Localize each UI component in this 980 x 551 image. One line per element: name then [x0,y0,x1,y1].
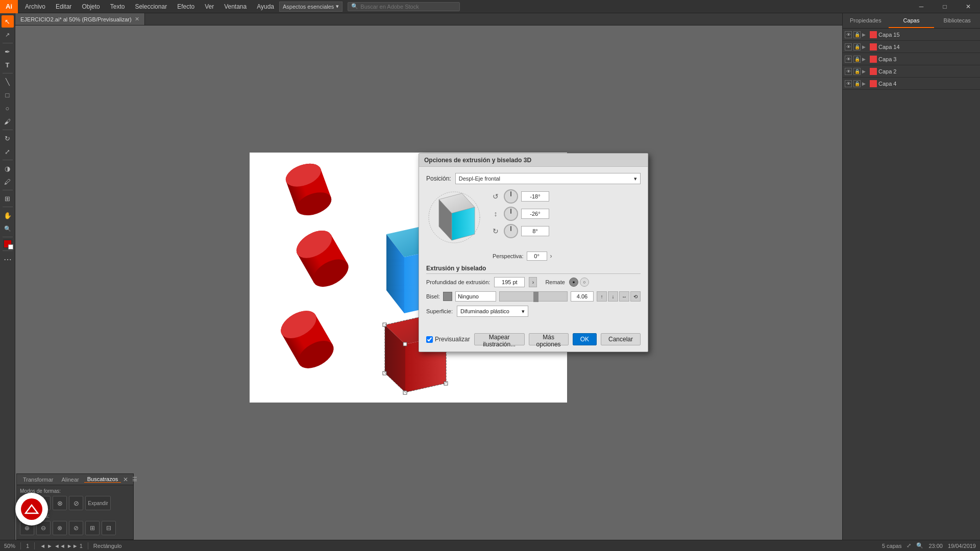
layer-row[interactable]: 👁 🔒 ▶ Capa 15 [843,29,980,41]
menu-item-efecto[interactable]: Efecto [172,0,200,13]
tab-close-icon[interactable]: ✕ [135,16,139,22]
rot-y-dial[interactable] [504,207,518,221]
layer-row[interactable]: 👁 🔒 ▶ Capa 4 [843,78,980,90]
search-mode-6[interactable]: ⊟ [102,521,116,535]
tab-alinear[interactable]: Alinear [59,477,82,483]
rot-y-input[interactable]: -26° [521,209,549,219]
document-tab[interactable]: EJERCICIO2.ai* al 50% (RGB/Previsualizar… [15,13,145,25]
layer-lock-icon[interactable]: 🔒 [853,80,861,87]
remate-cap-off[interactable]: ○ [580,278,589,287]
search-mode-4[interactable]: ⊘ [69,521,83,535]
aspects-dropdown[interactable]: Aspectos esenciales ▾ [279,2,342,12]
expand-btn[interactable]: Expandir [85,496,111,510]
tool-rotate[interactable]: ↻ [2,132,14,144]
previsualizar-check[interactable]: Previsualizar [426,336,470,343]
tab-buscatrazos[interactable]: Buscatrazos [84,476,121,483]
perspectiva-input[interactable]: 0° [527,252,547,261]
tab-capas[interactable]: Capas [889,13,935,28]
panel-close-icon[interactable]: ✕ [123,476,128,483]
layer-visibility-icon[interactable]: 👁 [845,68,852,75]
minimize-button[interactable]: ─ [910,0,933,13]
layer-row[interactable]: 👁 🔒 ▶ Capa 2 [843,65,980,78]
bisel-input[interactable] [571,291,594,302]
layer-expand-icon[interactable]: ▶ [862,69,868,74]
menu-item-ayuda[interactable]: Ayuda [252,0,279,13]
aspects-label: Aspectos esenciales [283,4,334,10]
tool-line[interactable]: ╲ [2,76,14,88]
tool-eyedropper[interactable]: 🖊 [2,176,14,188]
layer-lock-icon[interactable]: 🔒 [853,43,861,51]
tab-bibliotecas[interactable]: Bibliotecas [934,13,980,28]
bisel-slider[interactable] [499,291,568,302]
tool-direct-select[interactable]: ↗ [2,29,14,41]
superficie-dropdown[interactable]: Difuminado plástico ▾ [457,306,528,317]
tab-transformar[interactable]: Transformar [20,477,57,483]
tool-zoom[interactable]: 🔍 [2,222,14,235]
bisel-icon-1[interactable]: ↑ [597,291,607,302]
tool-gradient[interactable]: ◑ [2,162,14,174]
layer-row[interactable]: 👁 🔒 ▶ Capa 3 [843,53,980,65]
layer-visibility-icon[interactable]: 👁 [845,80,852,87]
tool-hand[interactable]: ✋ [2,209,14,221]
menu-item-objeto[interactable]: Objeto [77,0,105,13]
rot-z-dial[interactable] [504,224,518,238]
tool-type[interactable]: T [2,59,14,71]
bisel-icon-3[interactable]: ↔ [619,291,629,302]
remate-cap-on[interactable]: ● [569,278,578,287]
tool-more[interactable]: ⋯ [2,253,14,265]
fill-color[interactable] [3,239,12,248]
bisel-icon-2[interactable]: ↓ [608,291,618,302]
panel-menu-icon[interactable]: ☰ [132,476,137,483]
ok-button[interactable]: OK [573,333,597,345]
mode-intersect[interactable]: ⊗ [53,496,67,510]
cancelar-button[interactable]: Cancelar [601,333,641,345]
layer-visibility-icon[interactable]: 👁 [845,31,852,38]
profundidad-arrow[interactable]: › [529,277,537,287]
bisel-color-swatch[interactable] [443,292,452,301]
rot-x-input[interactable]: -18° [521,191,549,202]
layer-visibility-icon[interactable]: 👁 [845,43,852,51]
layer-expand-icon[interactable]: ▶ [862,44,868,49]
tool-brush[interactable]: 🖌 [2,115,14,128]
close-button[interactable]: ✕ [957,0,980,13]
stock-search-box[interactable]: 🔍 [348,2,460,11]
layer-lock-icon[interactable]: 🔒 [853,31,861,38]
layer-visibility-icon[interactable]: 👁 [845,56,852,63]
menu-item-ventana[interactable]: Ventana [219,0,252,13]
menu-item-archivo[interactable]: Archivo [20,0,51,13]
extrusion-section-label: Extrusión y biselado [426,265,641,274]
menu-item-ver[interactable]: Ver [200,0,219,13]
tool-separator-4 [3,160,13,160]
tool-select[interactable]: ↖ [2,15,14,28]
rot-x-dial[interactable] [504,189,518,204]
maximize-button[interactable]: □ [933,0,957,13]
layer-lock-icon[interactable]: 🔒 [853,56,861,63]
search-mode-5[interactable]: ⊞ [85,521,100,535]
tool-pen[interactable]: ✒ [2,45,14,58]
tool-scale[interactable]: ⤢ [2,145,14,158]
position-dropdown[interactable]: Despl-Eje frontal ▾ [455,173,641,184]
menu-item-editar[interactable]: Editar [51,0,77,13]
menu-item-texto[interactable]: Texto [105,0,130,13]
mode-exclude[interactable]: ⊘ [69,496,83,510]
tool-ellipse[interactable]: ○ [2,102,14,114]
bisel-icon-4[interactable]: ⟲ [630,291,641,302]
layer-expand-icon[interactable]: ▶ [862,32,868,37]
tab-propiedades[interactable]: Propiedades [843,13,889,28]
search-input[interactable] [360,4,456,10]
profundidad-input[interactable]: 195 pt [494,277,525,287]
mapear-button[interactable]: Mapear ilustración... [474,333,525,345]
menu-item-seleccionar[interactable]: Seleccionar [130,0,172,13]
layer-row[interactable]: 👁 🔒 ▶ Capa 14 [843,41,980,53]
mas-opciones-button[interactable]: Más opciones [529,333,569,345]
layer-expand-icon[interactable]: ▶ [862,57,868,62]
tool-rect[interactable]: □ [2,89,14,101]
layer-lock-icon[interactable]: 🔒 [853,68,861,75]
perspectiva-expand-icon[interactable]: › [550,253,552,260]
layer-expand-icon[interactable]: ▶ [862,81,868,86]
rot-z-input[interactable]: 8° [521,226,549,236]
previsualizar-checkbox[interactable] [426,336,433,343]
tool-artboard[interactable]: ⊞ [2,192,14,205]
search-mode-3[interactable]: ⊗ [53,521,67,535]
bisel-dropdown[interactable]: Ninguno [455,291,496,302]
